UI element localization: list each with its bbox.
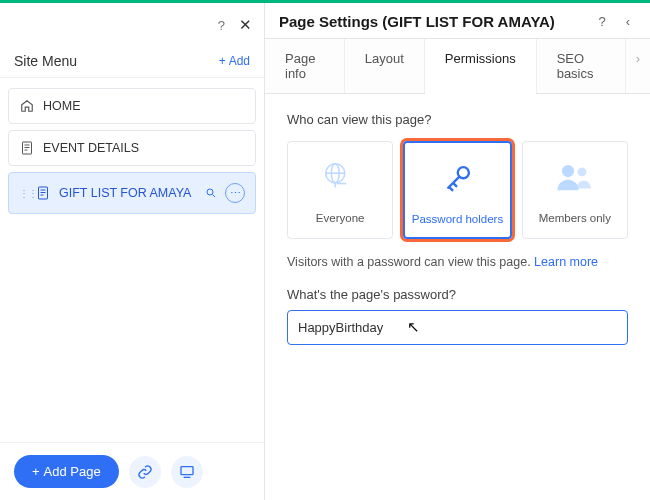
permissions-question: Who can view this page? bbox=[287, 112, 628, 127]
menu-list: HOME EVENT DETAILS ⋮⋮ GIFT LIST FOR AMAY… bbox=[0, 78, 264, 442]
svg-point-21 bbox=[562, 165, 574, 177]
choice-label: Members only bbox=[539, 212, 611, 224]
menu-item-label: HOME bbox=[43, 99, 245, 113]
svg-line-19 bbox=[450, 187, 454, 191]
password-input[interactable] bbox=[287, 310, 628, 345]
link-icon[interactable] bbox=[129, 456, 161, 488]
svg-point-17 bbox=[458, 167, 469, 178]
menu-item-label: EVENT DETAILS bbox=[43, 141, 245, 155]
settings-tabs: Page info Layout Permissions SEO basics … bbox=[265, 38, 650, 94]
menu-item-label: GIFT LIST FOR AMAYA bbox=[59, 186, 193, 200]
close-icon[interactable]: ✕ bbox=[239, 16, 252, 34]
settings-header: Page Settings (GIFT LIST FOR AMAYA) ? ‹ bbox=[265, 3, 650, 38]
password-question: What's the page's password? bbox=[287, 287, 628, 302]
tab-page-info[interactable]: Page info bbox=[265, 39, 345, 93]
settings-panel: Page Settings (GIFT LIST FOR AMAYA) ? ‹ … bbox=[265, 3, 650, 500]
home-icon bbox=[19, 99, 35, 113]
menu-item-actions: ⋯ bbox=[201, 183, 245, 203]
svg-rect-15 bbox=[337, 183, 347, 185]
choice-everyone[interactable]: Everyone bbox=[287, 141, 393, 239]
plus-icon: + bbox=[219, 54, 226, 68]
search-seo-icon[interactable] bbox=[201, 183, 221, 203]
svg-rect-10 bbox=[181, 466, 193, 474]
key-icon bbox=[438, 157, 476, 201]
learn-more-link[interactable]: Learn more bbox=[534, 255, 598, 269]
menu-item-gift-list[interactable]: ⋮⋮ GIFT LIST FOR AMAYA ⋯ bbox=[8, 172, 256, 214]
sidebar: ? ✕ Site Menu + Add HOME EVENT DETAILS bbox=[0, 3, 265, 500]
tab-seo-basics[interactable]: SEO basics bbox=[537, 39, 626, 93]
permission-choices: Everyone Password holders Members only bbox=[287, 141, 628, 239]
choice-label: Password holders bbox=[412, 213, 503, 225]
sidebar-title: Site Menu bbox=[14, 53, 77, 69]
permission-description: Visitors with a password can view this p… bbox=[287, 255, 628, 269]
help-icon[interactable]: ? bbox=[218, 18, 225, 33]
drag-handle-icon[interactable]: ⋮⋮ bbox=[19, 188, 27, 199]
svg-point-8 bbox=[207, 189, 213, 195]
add-page-label: Add Page bbox=[44, 464, 101, 479]
menu-item-event-details[interactable]: EVENT DETAILS bbox=[8, 130, 256, 166]
desktop-icon[interactable] bbox=[171, 456, 203, 488]
permission-desc-text: Visitors with a password can view this p… bbox=[287, 255, 534, 269]
add-page-button[interactable]: + Add Page bbox=[14, 455, 119, 488]
plus-icon: + bbox=[32, 464, 40, 479]
more-options-icon[interactable]: ⋯ bbox=[225, 183, 245, 203]
menu-item-home[interactable]: HOME bbox=[8, 88, 256, 124]
add-menu-label: Add bbox=[229, 54, 250, 68]
members-icon bbox=[554, 156, 596, 200]
sidebar-header: Site Menu + Add bbox=[0, 43, 264, 78]
svg-line-9 bbox=[213, 195, 216, 198]
page-icon bbox=[19, 141, 35, 155]
tab-layout[interactable]: Layout bbox=[345, 39, 425, 93]
tabs-scroll-right[interactable]: › bbox=[626, 39, 650, 93]
choice-label: Everyone bbox=[316, 212, 365, 224]
tab-permissions[interactable]: Permissions bbox=[425, 39, 537, 93]
chevron-left-icon[interactable]: ‹ bbox=[620, 14, 636, 29]
add-menu-link[interactable]: + Add bbox=[219, 54, 250, 68]
page-icon bbox=[35, 186, 51, 200]
settings-title: Page Settings (GIFT LIST FOR AMAYA) bbox=[279, 13, 584, 30]
svg-line-20 bbox=[454, 183, 458, 187]
choice-members-only[interactable]: Members only bbox=[522, 141, 628, 239]
sidebar-footer: + Add Page bbox=[0, 442, 264, 500]
sidebar-top-controls: ? ✕ bbox=[0, 3, 264, 43]
help-icon[interactable]: ? bbox=[594, 14, 610, 29]
settings-content: Who can view this page? Everyone Passwor… bbox=[265, 94, 650, 500]
choice-password-holders[interactable]: Password holders bbox=[403, 141, 511, 239]
globe-icon bbox=[321, 156, 359, 200]
svg-point-22 bbox=[577, 168, 586, 177]
